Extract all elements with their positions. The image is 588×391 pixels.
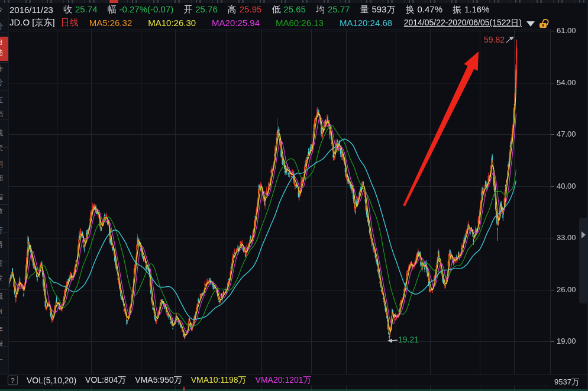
side-tab-fragment: 金 <box>0 274 4 281</box>
side-tab-fragment: 向 <box>0 307 4 314</box>
ma-label: MA120:24.68 <box>340 18 392 28</box>
info-item-label: 高 <box>228 4 237 15</box>
strip-divider <box>0 289 8 290</box>
side-tab-fragment: 指 <box>0 193 4 201</box>
strip-divider <box>0 204 8 205</box>
info-item: 高25.95 <box>228 4 262 15</box>
vol-label: VMA20:1201万 <box>256 375 312 386</box>
side-tab-fragment: 情 <box>0 241 4 248</box>
period-label[interactable]: 日线 <box>61 17 79 28</box>
candlestick-chart[interactable] <box>0 0 588 391</box>
side-tab-fragment: 档 <box>0 111 4 118</box>
info-item-value: 0.47% <box>417 4 442 14</box>
ma-labels: MA5:26.32MA10:26.30MA20:25.94MA60:26.13M… <box>89 18 392 28</box>
info-bar: 2016/11/23收25.74幅-0.27%(-0.07)开25.76高25.… <box>0 3 588 16</box>
strip-divider <box>0 33 8 33</box>
info-item-label: 换 <box>405 4 414 15</box>
info-item-label: 振 <box>453 4 461 15</box>
info-item-label: 低 <box>272 4 280 15</box>
info-item: 低25.65 <box>272 4 306 15</box>
vol-label: VMA10:1198万 <box>191 375 247 386</box>
expand-arrow-icon <box>581 231 586 238</box>
strip-divider <box>0 176 8 176</box>
volume-scale-label: 9537万 <box>554 377 579 387</box>
info-item: 振1.16% <box>453 4 490 15</box>
strip-divider <box>0 62 8 63</box>
info-item-value: 25.65 <box>283 4 306 14</box>
ma-label: MA20:25.94 <box>212 18 260 28</box>
side-tab-fragment: 十 <box>0 357 4 364</box>
side-tab-fragment: 明 <box>0 160 4 167</box>
info-item-value: 2016/11/23 <box>9 5 53 15</box>
info-item-value: 25.74 <box>75 4 98 14</box>
side-tab-fragment: 分 <box>0 79 4 86</box>
chevron-down-icon[interactable] <box>526 21 535 27</box>
side-tab-fragment: 流 <box>0 293 4 300</box>
left-tab-strip[interactable]: 自选 今分昨分五档成交明细指数行情资金流向年报十 <box>0 3 9 374</box>
strip-divider <box>0 119 8 119</box>
side-tab-fragment: 自 <box>0 38 4 46</box>
side-tab-fragment: 年 <box>0 326 4 333</box>
info-item-label: 收 <box>63 4 72 15</box>
info-item: 收25.74 <box>63 4 98 15</box>
active-side-tab[interactable]: 自选 <box>0 37 8 61</box>
strip-divider <box>0 91 8 91</box>
info-item: 幅-0.27%(-0.07) <box>108 4 174 15</box>
date-range-link[interactable]: 2014/05/22-2020/06/05(1522日) <box>404 18 522 28</box>
strip-divider <box>0 318 8 318</box>
info-item-label: 开 <box>183 4 192 15</box>
axis-label: 40.00 <box>557 182 586 190</box>
vol-label: VOL(5,10,20) <box>27 376 76 385</box>
info-item-value: 25.95 <box>240 4 262 14</box>
high-annotation: 59.82 <box>484 35 505 44</box>
info-item-value: 25.77 <box>328 4 350 14</box>
ma-label: MA5:26.32 <box>89 18 133 28</box>
info-item-label: 幅 <box>108 4 117 15</box>
strip-divider <box>0 261 8 261</box>
side-tab-fragment: 成 <box>0 130 4 137</box>
help-icon[interactable]: ? <box>8 376 18 385</box>
info-item-value: 593万 <box>371 4 395 15</box>
vol-label: VOL:804万 <box>85 375 126 386</box>
axis-label: 54.00 <box>557 78 586 87</box>
side-tab-fragment: 昨 <box>0 65 4 72</box>
lock-icon[interactable] <box>539 19 548 28</box>
strip-divider <box>0 373 8 373</box>
symbol-label: JD.O [京东] <box>9 17 55 28</box>
info-item-value: -0.27%(-0.07) <box>119 4 174 14</box>
info-item: 开25.76 <box>183 4 218 15</box>
strip-divider <box>0 147 8 148</box>
right-panel-expander[interactable] <box>579 218 588 303</box>
axis-label: 47.00 <box>557 130 586 138</box>
info-item: 均25.77 <box>316 4 350 15</box>
vol-label: VMA5:950万 <box>135 375 182 386</box>
strip-divider <box>0 232 8 233</box>
info-item-label: 量 <box>360 4 369 15</box>
info-item: 2016/11/23 <box>9 5 53 15</box>
stock-chart-window: 2016/11/23收25.74幅-0.27%(-0.07)开25.76高25.… <box>0 0 588 391</box>
info-item-value: 1.16% <box>464 4 490 14</box>
low-annotation: 19.21 <box>398 335 419 344</box>
info-item: 换0.47% <box>405 4 442 15</box>
side-tab-fragment: 五 <box>0 96 4 104</box>
info-item-label: 均 <box>316 4 325 15</box>
info-item: 量593万 <box>360 4 395 15</box>
date-range-control: 2014/05/22-2020/06/05(1522日) <box>404 18 548 28</box>
chart-header: JD.O [京东] 日线 MA5:26.32MA10:26.30MA20:25.… <box>0 16 588 30</box>
info-item-value: 25.76 <box>195 4 218 14</box>
side-tab-fragment: 选 <box>0 49 4 56</box>
ma-label: MA10:26.30 <box>148 18 196 28</box>
axis-label: 19.00 <box>557 337 586 345</box>
side-tab-fragment: 数 <box>0 208 4 215</box>
strip-divider <box>0 346 8 347</box>
vol-header: ? VOL(5,10,20)VOL:804万VMA5:950万VMA10:119… <box>0 375 557 386</box>
ma-label: MA60:26.13 <box>276 18 324 28</box>
